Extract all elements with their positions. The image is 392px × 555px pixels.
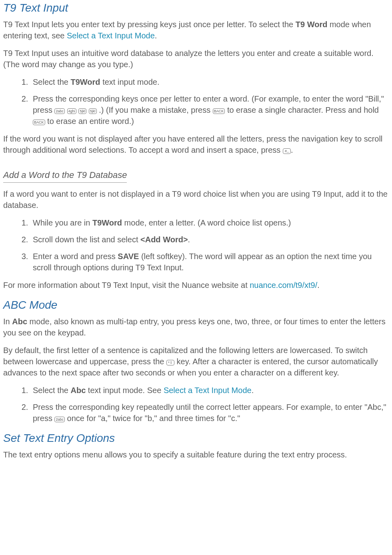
bold: T9Word xyxy=(92,218,122,227)
text: While you are in xyxy=(33,218,92,227)
add-word-steps: While you are in T9Word mode, enter a le… xyxy=(3,217,389,273)
abc-steps: Select the Abc text input mode. See Sele… xyxy=(3,385,389,424)
document-page: T9 Text Input T9 Text Input lets you ent… xyxy=(0,0,392,479)
text: to erase an entire word.) xyxy=(47,117,134,126)
text: text input mode. See xyxy=(86,386,164,395)
text: text input mode. xyxy=(100,78,160,86)
bold: SAVE xyxy=(118,252,139,261)
set-options-p1: The text entry options menu allows you t… xyxy=(3,449,389,460)
list-item: Select the Abc text input mode. See Sele… xyxy=(30,385,389,396)
text: . xyxy=(155,31,157,40)
key-5-icon: 5jkl xyxy=(89,108,97,114)
text: If the word you want is not displayed af… xyxy=(3,134,382,154)
text: . xyxy=(291,146,293,154)
text: mode, enter a letter. (A word choice lis… xyxy=(122,218,291,227)
t9-p2: T9 Text Input uses an intuitive word dat… xyxy=(3,48,389,70)
t9-steps: Select the T9Word text input mode. Press… xyxy=(3,76,389,127)
bold-t9word: T9 Word xyxy=(296,20,328,29)
text: Enter a word and press xyxy=(33,252,118,261)
add-word-p1: If a word you want to enter is not displ… xyxy=(3,188,389,211)
heading-t9: T9 Text Input xyxy=(3,0,389,16)
page-footer: Phone Basics 16 xyxy=(3,467,389,479)
list-item: Scroll down the list and select <Add Wor… xyxy=(30,234,389,245)
list-item: Press the corresponding key repeatedly u… xyxy=(30,401,389,424)
key-back-icon: BACK xyxy=(213,108,225,114)
text: For more information about T9 Text Input… xyxy=(3,281,250,289)
text: mode, also known as multi-tap entry, you… xyxy=(3,317,386,337)
link-select-text-input-mode[interactable]: Select a Text Input Mode xyxy=(164,386,252,395)
text: Select the xyxy=(33,386,71,395)
abc-p2: By default, the first letter of a senten… xyxy=(3,345,389,378)
list-item: While you are in T9Word mode, enter a le… xyxy=(30,217,389,228)
text: Select the xyxy=(33,78,71,86)
text: to erase a single character. Press and h… xyxy=(227,106,379,114)
key-2-icon: 2abc xyxy=(54,417,65,422)
text: In xyxy=(3,317,12,326)
key-4-icon: 4ghi xyxy=(67,108,76,114)
abc-p1: In Abc mode, also known as multi-tap ent… xyxy=(3,316,389,338)
footer-page-number: 16 xyxy=(3,477,389,479)
heading-set-options: Set Text Entry Options xyxy=(3,430,389,446)
bold: Abc xyxy=(71,386,86,395)
key-2-icon: 2abc xyxy=(54,108,65,114)
text: .) (If you make a mistake, press xyxy=(99,106,213,114)
heading-add-word: Add a Word to the T9 Database xyxy=(3,169,127,183)
heading-abc: ABC Mode xyxy=(3,297,389,313)
bold: <Add Word> xyxy=(140,235,188,244)
list-item: Select the T9Word text input mode. xyxy=(30,76,389,88)
bold: Abc xyxy=(12,317,27,326)
text: . xyxy=(252,386,254,395)
t9-p3: If the word you want is not displayed af… xyxy=(3,133,389,156)
text: T9 Text Input lets you enter text by pre… xyxy=(3,20,296,29)
text: once for "a," twice for "b," and three t… xyxy=(65,414,240,423)
text: . xyxy=(317,281,320,289)
list-item: Press the corresponding keys once per le… xyxy=(30,93,389,127)
key-5-icon: 5jkl xyxy=(78,108,86,114)
link-nuance[interactable]: nuance.com/t9/xt9/ xyxy=(250,281,317,289)
list-item: Enter a word and press SAVE (left softke… xyxy=(30,251,389,273)
add-word-p2: For more information about T9 Text Input… xyxy=(3,279,389,291)
text: Scroll down the list and select xyxy=(33,235,140,244)
link-select-text-input-mode[interactable]: Select a Text Input Mode xyxy=(67,31,155,40)
key-hash-icon: #⎵ xyxy=(283,148,291,154)
text: . xyxy=(188,235,190,244)
bold: T9Word xyxy=(71,78,100,86)
t9-intro: T9 Text Input lets you enter text by pre… xyxy=(3,19,389,41)
key-back-icon: BACK xyxy=(33,120,45,125)
key-star-icon: *⇧ xyxy=(166,360,174,365)
